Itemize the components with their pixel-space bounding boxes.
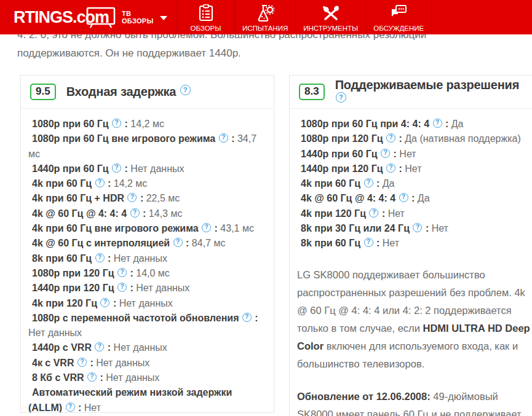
help-icon[interactable]: ?	[219, 133, 228, 143]
help-icon[interactable]: ?	[112, 119, 121, 128]
spec-row: 1440p при 120 Гц ? : Нет данных	[28, 281, 266, 296]
spec-colon: :	[409, 193, 418, 203]
spec-value: Нет данных	[119, 298, 173, 308]
help-icon[interactable]: ?	[112, 163, 121, 173]
spec-colon: :	[76, 402, 84, 413]
card-supported-resolutions: 8.3 Поддерживаемые разрешения ? 1080p пр…	[289, 75, 532, 416]
spec-row: 1440p при 60 Гц ? : Нет	[297, 147, 532, 162]
spec-value: Нет данных	[130, 163, 184, 174]
card-header: 9.5 Входная задержка ?	[21, 76, 274, 109]
spec-label: 4k при 120 Гц	[32, 298, 97, 308]
help-icon[interactable]: ?	[77, 358, 87, 367]
spec-colon: :	[122, 163, 130, 174]
spec-label: 1080p при 60 Гц при 4: 4: 4	[301, 119, 429, 129]
spec-label: 1080p при 60 Гц вне игрового режима	[32, 133, 215, 144]
spec-colon: :	[374, 178, 383, 189]
help-icon[interactable]: ?	[413, 223, 422, 232]
card-body: 1080p при 60 Гц при 4: 4: 4 ? : Да1080p …	[290, 109, 532, 416]
help-icon[interactable]: ?	[433, 119, 442, 128]
nav-item-reviews[interactable]: ОБЗОРЫ	[177, 0, 234, 34]
spec-colon: :	[374, 238, 383, 248]
spec-label: 1080p при 120 Гц	[32, 268, 114, 278]
tools-icon	[322, 4, 340, 22]
help-icon[interactable]: ?	[117, 268, 127, 277]
spec-row: 4k @ 60 Гц @ 4: 4: 4 ? : Да	[297, 191, 532, 206]
spec-value: Нет данных	[136, 283, 189, 293]
spec-value: Нет	[405, 163, 421, 174]
flask-icon	[256, 4, 274, 22]
help-icon[interactable]: ?	[242, 313, 252, 322]
help-icon[interactable]: ?	[100, 298, 109, 307]
spec-value: Нет	[399, 149, 416, 159]
help-icon[interactable]: ?	[173, 238, 183, 247]
spec-colon: :	[252, 313, 258, 323]
spec-row: 4k @ 60 Гц @ 4: 4: 4 ? : 14,3 мс	[28, 206, 266, 221]
card-body: 1080p при 60 Гц ? : 14,2 мс1080p при 60 …	[21, 109, 274, 413]
help-icon[interactable]: ?	[364, 178, 373, 187]
spec-label: 1440p при 120 Гц	[32, 283, 114, 293]
paragraph-bold-text: Обновление от 12.06.2008:	[297, 391, 431, 402]
nav-item-tools[interactable]: ИНСТРУМЕНТЫ	[295, 0, 365, 34]
spec-value: 22,5 мс	[146, 193, 180, 203]
paragraph-text: включен для используемого входа, как и б…	[297, 340, 518, 369]
spec-label: 4k @ 60 Гц @ 4: 4: 4	[301, 193, 395, 203]
help-icon[interactable]: ?	[336, 92, 346, 103]
spec-label: 8k при 30 Гц или 24 Гц	[301, 223, 410, 234]
spec-colon: :	[140, 208, 149, 219]
spec-row: 4k при 60 Гц ? : 14,2 мс	[28, 176, 266, 191]
help-icon[interactable]: ?	[66, 402, 75, 412]
spec-colon: :	[105, 342, 113, 353]
spec-label: 4k @ 60 Гц @ 4: 4: 4	[32, 208, 127, 219]
help-icon[interactable]: ?	[95, 342, 104, 351]
nav-item-tests[interactable]: ИСПЫТАНИЯ	[234, 0, 295, 34]
card-title: Поддерживаемые разрешения ?	[335, 78, 532, 106]
chevron-down-icon	[160, 16, 167, 20]
help-icon[interactable]: ?	[202, 223, 211, 232]
spec-label: 4k при 60 Гц	[32, 178, 92, 189]
help-icon[interactable]: ?	[369, 208, 378, 218]
help-icon[interactable]: ?	[117, 283, 127, 292]
spec-label: 4k при 60 Гц + HDR	[32, 193, 124, 203]
help-icon[interactable]: ?	[386, 133, 395, 143]
card-input-lag: 9.5 Входная задержка ? 1080p при 60 Гц ?…	[20, 75, 274, 413]
spec-label: 4k при 60 Гц	[301, 178, 360, 189]
help-icon[interactable]: ?	[130, 208, 140, 218]
chat-icon	[389, 4, 408, 22]
tv-category-label: ТВ ОБЗОРЫ	[122, 10, 154, 25]
help-icon[interactable]: ?	[399, 193, 408, 202]
spec-row: 1440p с VRR ? : Нет данных	[28, 340, 266, 355]
site-header: RTINGS.com ТВ ОБЗОРЫ	[0, 0, 532, 34]
spec-row: 8k при 60 Гц ? : Нет	[297, 236, 532, 251]
spec-value: Нет	[84, 402, 101, 413]
spec-row: 4k при 60 Гц + HDR ? : 22,5 мс	[28, 191, 266, 206]
help-icon[interactable]: ?	[364, 238, 373, 247]
spec-label: 1080p с переменной частотой обновления	[32, 313, 239, 323]
spec-row: 1080p при 60 Гц вне игрового режима ? : …	[28, 131, 266, 162]
spec-label: 1080p при 120 Гц	[301, 133, 383, 144]
spec-value: Нет данных	[114, 342, 167, 353]
tv-category-selector[interactable]: ТВ ОБЗОРЫ	[86, 0, 167, 34]
spec-value: Да (нативная поддержка)	[405, 133, 520, 144]
spec-row: 1080p при 120 Гц ? : Да (нативная поддер…	[297, 131, 532, 146]
clipboard-icon	[199, 4, 213, 22]
spec-label: 1440p с VRR	[32, 342, 92, 353]
spec-row: 4k при 120 Гц ? : Нет данных	[28, 296, 266, 311]
spec-colon: :	[396, 163, 405, 174]
spec-value: Да	[418, 193, 430, 203]
help-icon[interactable]: ?	[386, 163, 395, 173]
spec-row: 1080p при 60 Гц при 4: 4: 4 ? : Да	[297, 117, 532, 131]
help-icon[interactable]: ?	[95, 178, 105, 187]
help-icon[interactable]: ?	[381, 149, 390, 158]
spec-colon: :	[379, 208, 387, 219]
spec-colon: :	[212, 223, 220, 234]
spec-value: 14,2 мс	[114, 178, 148, 189]
spec-colon: :	[443, 119, 451, 129]
spec-value: Нет	[388, 208, 405, 219]
help-icon[interactable]: ?	[180, 85, 191, 95]
spec-label: 1440p при 60 Гц	[32, 163, 109, 174]
help-icon[interactable]: ?	[87, 372, 97, 382]
nav-item-discussions[interactable]: ОБСУЖДЕНИЕ	[365, 0, 432, 34]
help-icon[interactable]: ?	[95, 253, 105, 262]
help-icon[interactable]: ?	[127, 193, 137, 202]
score-badge: 8.3	[299, 84, 325, 100]
